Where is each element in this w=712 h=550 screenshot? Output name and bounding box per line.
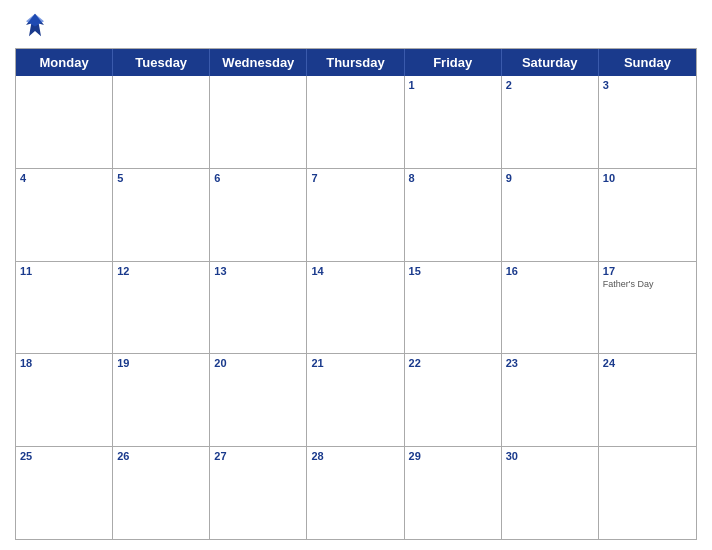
- day-number: 24: [603, 357, 692, 369]
- day-number: 19: [117, 357, 205, 369]
- calendar-day-2: 2: [502, 76, 599, 168]
- day-number: 21: [311, 357, 399, 369]
- logo-icon: [20, 10, 50, 40]
- day-number: 16: [506, 265, 594, 277]
- day-number: 22: [409, 357, 497, 369]
- calendar-day-12: 12: [113, 262, 210, 354]
- calendar-day-10: 10: [599, 169, 696, 261]
- day-number: 7: [311, 172, 399, 184]
- calendar-day-empty: [113, 76, 210, 168]
- calendar-day-16: 16: [502, 262, 599, 354]
- calendar-day-9: 9: [502, 169, 599, 261]
- calendar-day-11: 11: [16, 262, 113, 354]
- day-number: 6: [214, 172, 302, 184]
- svg-marker-1: [26, 14, 44, 27]
- day-number: 26: [117, 450, 205, 462]
- day-number: 15: [409, 265, 497, 277]
- calendar-day-4: 4: [16, 169, 113, 261]
- day-number: 25: [20, 450, 108, 462]
- calendar-day-empty: [16, 76, 113, 168]
- calendar-day-3: 3: [599, 76, 696, 168]
- day-number: 30: [506, 450, 594, 462]
- calendar-day-20: 20: [210, 354, 307, 446]
- calendar-page: MondayTuesdayWednesdayThursdayFridaySatu…: [0, 0, 712, 550]
- calendar-week-3: 11121314151617Father's Day: [16, 261, 696, 354]
- day-number: 4: [20, 172, 108, 184]
- calendar-header-row: MondayTuesdayWednesdayThursdayFridaySatu…: [16, 49, 696, 76]
- day-event-label: Father's Day: [603, 279, 692, 289]
- calendar-week-5: 252627282930: [16, 446, 696, 539]
- calendar-day-empty: [210, 76, 307, 168]
- calendar-week-1: 123: [16, 76, 696, 168]
- calendar-day-15: 15: [405, 262, 502, 354]
- day-number: 28: [311, 450, 399, 462]
- calendar-week-2: 45678910: [16, 168, 696, 261]
- day-number: 17: [603, 265, 692, 277]
- calendar-day-29: 29: [405, 447, 502, 539]
- calendar-day-30: 30: [502, 447, 599, 539]
- weekday-header-sunday: Sunday: [599, 49, 696, 76]
- day-number: 20: [214, 357, 302, 369]
- calendar-body: 1234567891011121314151617Father's Day181…: [16, 76, 696, 539]
- calendar-day-28: 28: [307, 447, 404, 539]
- calendar-day-empty: [307, 76, 404, 168]
- calendar-day-13: 13: [210, 262, 307, 354]
- calendar-day-21: 21: [307, 354, 404, 446]
- calendar-grid: MondayTuesdayWednesdayThursdayFridaySatu…: [15, 48, 697, 540]
- day-number: 11: [20, 265, 108, 277]
- calendar-day-1: 1: [405, 76, 502, 168]
- logo: [20, 10, 54, 40]
- calendar-day-5: 5: [113, 169, 210, 261]
- day-number: 13: [214, 265, 302, 277]
- calendar-day-8: 8: [405, 169, 502, 261]
- day-number: 5: [117, 172, 205, 184]
- weekday-header-thursday: Thursday: [307, 49, 404, 76]
- weekday-header-wednesday: Wednesday: [210, 49, 307, 76]
- day-number: 2: [506, 79, 594, 91]
- day-number: 12: [117, 265, 205, 277]
- day-number: 23: [506, 357, 594, 369]
- weekday-header-saturday: Saturday: [502, 49, 599, 76]
- calendar-day-empty: [599, 447, 696, 539]
- calendar-day-6: 6: [210, 169, 307, 261]
- calendar-week-4: 18192021222324: [16, 353, 696, 446]
- weekday-header-tuesday: Tuesday: [113, 49, 210, 76]
- calendar-day-26: 26: [113, 447, 210, 539]
- weekday-header-friday: Friday: [405, 49, 502, 76]
- day-number: 1: [409, 79, 497, 91]
- day-number: 8: [409, 172, 497, 184]
- weekday-header-monday: Monday: [16, 49, 113, 76]
- page-header: [15, 10, 697, 40]
- day-number: 3: [603, 79, 692, 91]
- calendar-day-7: 7: [307, 169, 404, 261]
- calendar-day-23: 23: [502, 354, 599, 446]
- day-number: 18: [20, 357, 108, 369]
- calendar-day-14: 14: [307, 262, 404, 354]
- day-number: 14: [311, 265, 399, 277]
- calendar-day-18: 18: [16, 354, 113, 446]
- calendar-day-17: 17Father's Day: [599, 262, 696, 354]
- calendar-day-24: 24: [599, 354, 696, 446]
- calendar-day-19: 19: [113, 354, 210, 446]
- day-number: 29: [409, 450, 497, 462]
- day-number: 9: [506, 172, 594, 184]
- calendar-day-25: 25: [16, 447, 113, 539]
- day-number: 27: [214, 450, 302, 462]
- calendar-day-22: 22: [405, 354, 502, 446]
- day-number: 10: [603, 172, 692, 184]
- calendar-day-27: 27: [210, 447, 307, 539]
